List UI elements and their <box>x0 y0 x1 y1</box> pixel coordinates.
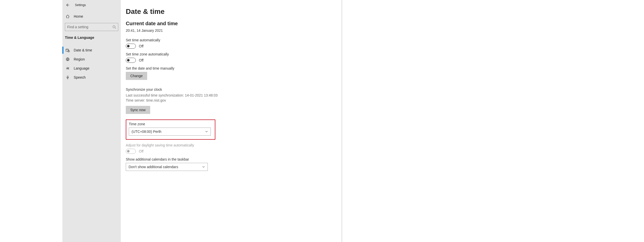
search-wrap <box>62 21 121 31</box>
sidebar-item-label: Region <box>74 57 85 61</box>
set-manual-label: Set the date and time manually <box>126 66 337 70</box>
home-icon <box>65 14 70 18</box>
set-time-auto-label: Set time automatically <box>126 38 337 42</box>
sidebar-item-label: Date & time <box>74 48 92 52</box>
current-datetime-value: 20:41, 14 January 2021 <box>126 28 337 33</box>
sidebar-item-language[interactable]: Language <box>62 64 121 73</box>
sidebar-item-label: Language <box>74 66 89 70</box>
sidebar-item-label: Home <box>74 14 83 18</box>
calendars-dropdown[interactable]: Don't show additional calendars <box>126 163 208 171</box>
calendars-value: Don't show additional calendars <box>129 165 178 169</box>
chevron-down-icon <box>202 165 205 168</box>
chevron-down-icon <box>205 130 208 133</box>
sidebar-item-date-time[interactable]: Date & time <box>62 46 121 55</box>
sidebar-item-speech[interactable]: Speech <box>62 73 121 82</box>
page-left-pad <box>0 0 62 242</box>
speech-icon <box>65 75 70 79</box>
window-right-border <box>342 0 342 242</box>
language-icon <box>65 66 70 70</box>
calendars-label: Show additional calendars in the taskbar <box>126 157 337 161</box>
set-tz-auto-state: Off <box>139 58 143 62</box>
sidebar-nav: Date & time Region Language Speech <box>62 46 121 82</box>
dst-label: Adjust for daylight saving time automati… <box>126 143 337 147</box>
svg-rect-1 <box>66 49 68 51</box>
region-icon <box>65 57 70 61</box>
app-title: Settings <box>75 3 86 7</box>
timezone-value: (UTC+08:00) Perth <box>132 130 162 134</box>
timezone-label: Time zone <box>129 122 212 126</box>
sync-server-line: Time server: time.nist.gov <box>126 98 337 103</box>
sidebar: Settings Home Time & Language Date & tim… <box>62 0 121 242</box>
search-icon <box>112 25 116 29</box>
page-title: Date & time <box>126 8 337 16</box>
timezone-dropdown[interactable]: (UTC+08:00) Perth <box>129 128 211 136</box>
sidebar-item-home[interactable]: Home <box>62 11 121 21</box>
sync-last-line: Last successful time synchronization: 14… <box>126 93 337 98</box>
dst-toggle <box>126 149 136 154</box>
search-input[interactable] <box>65 23 118 31</box>
sidebar-header: Settings <box>62 0 121 10</box>
content-area: Date & time Current date and time 20:41,… <box>121 0 342 242</box>
svg-point-0 <box>113 26 115 28</box>
svg-rect-4 <box>67 76 68 78</box>
sidebar-item-region[interactable]: Region <box>62 55 121 64</box>
sidebar-section-title: Time & Language <box>62 31 121 42</box>
set-tz-auto-label: Set time zone automatically <box>126 52 337 56</box>
change-button[interactable]: Change <box>126 72 147 80</box>
sidebar-item-label: Speech <box>74 75 86 79</box>
sync-now-button[interactable]: Sync now <box>126 106 150 114</box>
search-field[interactable] <box>67 25 112 29</box>
timezone-highlight: Time zone (UTC+08:00) Perth <box>126 119 215 140</box>
set-time-auto-toggle[interactable] <box>126 44 136 49</box>
sync-label: Synchronize your clock <box>126 87 337 92</box>
dst-state: Off <box>139 149 143 153</box>
set-time-auto-state: Off <box>139 44 143 48</box>
section-current-datetime: Current date and time <box>126 21 337 26</box>
date-time-icon <box>65 48 70 52</box>
set-tz-auto-toggle[interactable] <box>126 58 136 63</box>
settings-app: Settings Home Time & Language Date & tim… <box>62 0 342 242</box>
back-arrow-icon <box>66 3 69 7</box>
back-button[interactable] <box>62 0 72 10</box>
